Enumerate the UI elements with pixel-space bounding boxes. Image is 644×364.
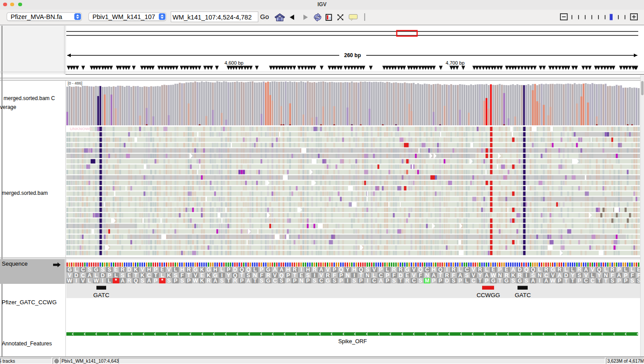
svg-text:G: G	[326, 278, 330, 284]
svg-text:A: A	[379, 278, 383, 284]
svg-text:S: S	[418, 278, 422, 284]
svg-text:R: R	[405, 278, 409, 284]
svg-text:S: S	[333, 278, 336, 284]
svg-text:C: C	[590, 278, 594, 284]
svg-text:S: S	[630, 278, 634, 284]
svg-text:260 bp: 260 bp	[344, 52, 361, 58]
svg-text:CCWGG: CCWGG	[476, 292, 500, 298]
svg-text:P: P	[386, 278, 389, 284]
svg-text:T: T	[478, 278, 482, 284]
svg-text:S: S	[141, 278, 144, 284]
svg-text:Spike_ORF: Spike_ORF	[338, 338, 367, 345]
svg-text:C: C	[273, 278, 277, 284]
svg-text:S: S	[220, 278, 224, 284]
svg-text:R: R	[233, 278, 237, 284]
svg-text:S: S	[353, 278, 356, 284]
svg-text:W: W	[550, 278, 556, 284]
svg-text:I: I	[102, 278, 104, 284]
svg-text:C: C	[372, 278, 376, 284]
svg-text:S: S	[260, 278, 263, 284]
svg-text:I: I	[539, 278, 540, 284]
svg-text:A: A	[246, 278, 250, 284]
svg-text:T: T	[498, 278, 502, 284]
svg-text:P: P	[187, 278, 191, 284]
svg-text:S: S	[452, 278, 455, 284]
svg-text:R: R	[207, 278, 211, 284]
svg-text:P: P	[432, 278, 435, 284]
svg-text:A: A	[121, 278, 125, 284]
svg-text:P: P	[306, 278, 310, 284]
svg-text:P: P	[624, 278, 627, 284]
svg-text:T: T	[399, 278, 402, 284]
svg-text:S: S	[167, 278, 171, 284]
svg-text:verage: verage	[0, 104, 16, 110]
svg-text:A: A	[147, 278, 151, 284]
svg-text:P: P	[174, 278, 177, 284]
svg-text:G: G	[491, 278, 495, 284]
svg-text:4,700 bp: 4,700 bp	[446, 60, 465, 66]
svg-text:S: S	[637, 278, 640, 284]
svg-text:L: L	[88, 278, 92, 284]
svg-text:UNKNOWN: UNKNOWN	[70, 126, 92, 131]
svg-text:W: W	[193, 278, 198, 284]
svg-text:N: N	[299, 278, 303, 284]
svg-text:L: L	[465, 278, 469, 284]
svg-text:P: P	[154, 278, 157, 284]
svg-text:D: D	[445, 278, 449, 284]
svg-text:T: T	[604, 278, 608, 284]
svg-text:C: C	[584, 278, 588, 284]
svg-text:[0 - 486]: [0 - 486]	[68, 81, 82, 85]
svg-text:C: C	[412, 278, 416, 284]
svg-text:L: L	[107, 278, 111, 284]
svg-text:P: P	[458, 278, 462, 284]
svg-text:V: V	[81, 278, 85, 284]
svg-text:P: P	[558, 278, 561, 284]
svg-text:T: T	[598, 278, 601, 284]
svg-text:merged.sorted.bam C: merged.sorted.bam C	[4, 95, 55, 101]
svg-text:T: T	[564, 278, 568, 284]
svg-text:GATC: GATC	[93, 292, 110, 298]
svg-text:S: S	[313, 278, 316, 284]
svg-text:P: P	[617, 278, 621, 284]
svg-text:Sequence: Sequence	[2, 260, 28, 267]
svg-text:P: P	[240, 278, 243, 284]
svg-text:S: S	[392, 278, 396, 284]
svg-text:P: P	[293, 278, 296, 284]
svg-text:W: W	[67, 278, 73, 284]
svg-text:P: P	[339, 278, 343, 284]
svg-text:C: C	[319, 278, 323, 284]
svg-text:merged.sorted.bam: merged.sorted.bam	[2, 190, 48, 196]
svg-text:S: S	[525, 278, 528, 284]
svg-text:W: W	[93, 278, 99, 284]
svg-text:G: G	[504, 278, 509, 284]
svg-text:Q: Q	[134, 278, 138, 284]
svg-text:S: S	[280, 278, 283, 284]
svg-text:S: S	[610, 278, 614, 284]
svg-text:R: R	[127, 278, 131, 284]
svg-text:T: T	[571, 278, 575, 284]
svg-text:GATC: GATC	[515, 292, 531, 298]
svg-text:C: C	[472, 278, 475, 284]
svg-text:Annotated_Features: Annotated_Features	[2, 341, 52, 347]
svg-text:T: T	[227, 278, 230, 284]
svg-text:M: M	[425, 278, 429, 284]
svg-text:I: I	[347, 278, 348, 284]
svg-text:P: P	[286, 278, 290, 284]
svg-text:*: *	[115, 278, 117, 284]
svg-text:P: P	[438, 278, 442, 284]
svg-text:4,600 bp: 4,600 bp	[225, 60, 244, 66]
svg-text:I: I	[76, 278, 77, 284]
svg-text:K: K	[200, 278, 204, 284]
svg-text:G: G	[518, 278, 522, 284]
svg-text:A: A	[544, 278, 548, 284]
svg-text:A: A	[531, 278, 535, 284]
svg-text:G: G	[266, 278, 271, 284]
svg-text:A: A	[213, 278, 217, 284]
svg-text:P: P	[485, 278, 488, 284]
svg-text:Pfizer_GATC_CCWG: Pfizer_GATC_CCWG	[2, 299, 57, 306]
svg-text:T: T	[253, 278, 257, 284]
svg-text:I: I	[367, 278, 368, 284]
svg-text:S: S	[180, 278, 184, 284]
svg-text:S: S	[511, 278, 515, 284]
svg-text:P: P	[578, 278, 581, 284]
